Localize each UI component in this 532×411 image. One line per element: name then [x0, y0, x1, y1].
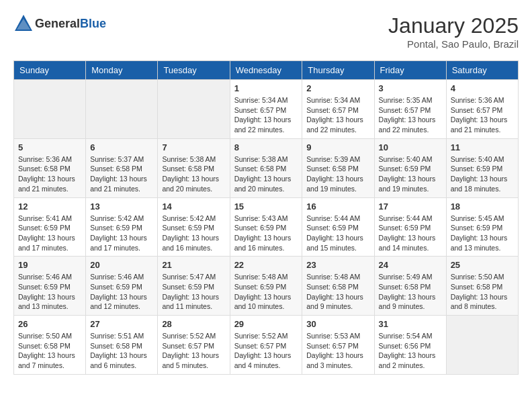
day-info: Sunrise: 5:46 AM Sunset: 6:59 PM Dayligh…	[18, 272, 81, 312]
day-info: Sunrise: 5:52 AM Sunset: 6:57 PM Dayligh…	[162, 331, 225, 371]
calendar-cell: 17Sunrise: 5:44 AM Sunset: 6:59 PM Dayli…	[374, 197, 446, 257]
day-number: 16	[306, 201, 369, 212]
calendar-week-row: 19Sunrise: 5:46 AM Sunset: 6:59 PM Dayli…	[14, 257, 519, 316]
day-info: Sunrise: 5:50 AM Sunset: 6:58 PM Dayligh…	[18, 331, 81, 371]
day-info: Sunrise: 5:48 AM Sunset: 6:58 PM Dayligh…	[306, 272, 369, 312]
day-info: Sunrise: 5:49 AM Sunset: 6:58 PM Dayligh…	[379, 272, 442, 312]
day-number: 15	[234, 201, 298, 212]
calendar-cell: 8Sunrise: 5:38 AM Sunset: 6:58 PM Daylig…	[230, 138, 302, 197]
day-number: 18	[451, 201, 514, 212]
calendar-cell: 2Sunrise: 5:34 AM Sunset: 6:57 PM Daylig…	[302, 80, 374, 139]
day-info: Sunrise: 5:48 AM Sunset: 6:59 PM Dayligh…	[234, 272, 298, 312]
day-number: 19	[18, 260, 81, 270]
day-number: 22	[234, 260, 298, 270]
logo-general-text: General	[35, 17, 80, 30]
calendar-cell	[158, 80, 230, 139]
day-number: 25	[451, 260, 514, 270]
day-info: Sunrise: 5:47 AM Sunset: 6:59 PM Dayligh…	[162, 272, 225, 312]
calendar-cell: 7Sunrise: 5:38 AM Sunset: 6:58 PM Daylig…	[158, 138, 230, 197]
calendar-cell: 25Sunrise: 5:50 AM Sunset: 6:58 PM Dayli…	[446, 257, 518, 316]
day-info: Sunrise: 5:38 AM Sunset: 6:58 PM Dayligh…	[234, 154, 298, 194]
day-number: 29	[234, 319, 298, 329]
logo: GeneralBlue	[13, 13, 106, 34]
day-info: Sunrise: 5:44 AM Sunset: 6:59 PM Dayligh…	[379, 214, 442, 253]
day-number: 27	[90, 319, 153, 329]
day-of-week-header: Saturday	[446, 61, 518, 80]
calendar-cell: 4Sunrise: 5:36 AM Sunset: 6:57 PM Daylig…	[446, 80, 518, 139]
calendar-body: 1Sunrise: 5:34 AM Sunset: 6:57 PM Daylig…	[14, 80, 519, 375]
day-info: Sunrise: 5:44 AM Sunset: 6:59 PM Dayligh…	[306, 214, 369, 253]
calendar-cell: 22Sunrise: 5:48 AM Sunset: 6:59 PM Dayli…	[230, 257, 302, 316]
day-number: 8	[234, 142, 298, 152]
day-info: Sunrise: 5:34 AM Sunset: 6:57 PM Dayligh…	[234, 95, 298, 135]
day-number: 10	[379, 142, 442, 152]
day-info: Sunrise: 5:38 AM Sunset: 6:58 PM Dayligh…	[162, 154, 225, 194]
calendar-week-row: 1Sunrise: 5:34 AM Sunset: 6:57 PM Daylig…	[14, 80, 519, 139]
day-info: Sunrise: 5:39 AM Sunset: 6:58 PM Dayligh…	[306, 154, 369, 194]
calendar-week-row: 12Sunrise: 5:41 AM Sunset: 6:59 PM Dayli…	[14, 197, 519, 257]
page-header: GeneralBlue January 2025 Pontal, Sao Pau…	[13, 13, 519, 50]
day-info: Sunrise: 5:40 AM Sunset: 6:59 PM Dayligh…	[379, 154, 442, 194]
calendar-cell	[86, 80, 158, 139]
calendar-table: SundayMondayTuesdayWednesdayThursdayFrid…	[13, 60, 519, 375]
day-number: 6	[90, 142, 153, 152]
calendar-cell: 5Sunrise: 5:36 AM Sunset: 6:58 PM Daylig…	[14, 138, 86, 197]
day-info: Sunrise: 5:52 AM Sunset: 6:57 PM Dayligh…	[234, 331, 298, 371]
location-title: Pontal, Sao Paulo, Brazil	[388, 38, 519, 50]
day-number: 23	[306, 260, 369, 270]
title-block: January 2025 Pontal, Sao Paulo, Brazil	[388, 13, 519, 50]
day-info: Sunrise: 5:42 AM Sunset: 6:59 PM Dayligh…	[90, 214, 153, 253]
day-of-week-header: Thursday	[302, 61, 374, 80]
day-number: 12	[18, 201, 81, 212]
calendar-cell: 21Sunrise: 5:47 AM Sunset: 6:59 PM Dayli…	[158, 257, 230, 316]
day-info: Sunrise: 5:53 AM Sunset: 6:57 PM Dayligh…	[306, 331, 369, 371]
day-info: Sunrise: 5:43 AM Sunset: 6:59 PM Dayligh…	[234, 214, 298, 253]
calendar-cell: 15Sunrise: 5:43 AM Sunset: 6:59 PM Dayli…	[230, 197, 302, 257]
day-of-week-header: Tuesday	[158, 61, 230, 80]
day-number: 28	[162, 319, 225, 329]
calendar-cell: 19Sunrise: 5:46 AM Sunset: 6:59 PM Dayli…	[14, 257, 86, 316]
calendar-cell: 14Sunrise: 5:42 AM Sunset: 6:59 PM Dayli…	[158, 197, 230, 257]
calendar-cell: 3Sunrise: 5:35 AM Sunset: 6:57 PM Daylig…	[374, 80, 446, 139]
day-number: 20	[90, 260, 153, 270]
logo-blue-text: Blue	[80, 17, 106, 30]
calendar-week-row: 5Sunrise: 5:36 AM Sunset: 6:58 PM Daylig…	[14, 138, 519, 197]
day-number: 9	[306, 142, 369, 152]
calendar-cell: 23Sunrise: 5:48 AM Sunset: 6:58 PM Dayli…	[302, 257, 374, 316]
calendar-cell: 20Sunrise: 5:46 AM Sunset: 6:59 PM Dayli…	[86, 257, 158, 316]
day-info: Sunrise: 5:45 AM Sunset: 6:59 PM Dayligh…	[451, 214, 514, 253]
day-info: Sunrise: 5:46 AM Sunset: 6:59 PM Dayligh…	[90, 272, 153, 312]
day-number: 30	[306, 319, 369, 329]
day-info: Sunrise: 5:34 AM Sunset: 6:57 PM Dayligh…	[306, 95, 369, 135]
day-info: Sunrise: 5:42 AM Sunset: 6:59 PM Dayligh…	[162, 214, 225, 253]
day-number: 2	[306, 83, 369, 93]
calendar-cell: 6Sunrise: 5:37 AM Sunset: 6:58 PM Daylig…	[86, 138, 158, 197]
logo-icon	[13, 13, 34, 34]
day-info: Sunrise: 5:50 AM Sunset: 6:58 PM Dayligh…	[451, 272, 514, 312]
day-number: 11	[451, 142, 514, 152]
calendar-cell: 16Sunrise: 5:44 AM Sunset: 6:59 PM Dayli…	[302, 197, 374, 257]
calendar-cell: 24Sunrise: 5:49 AM Sunset: 6:58 PM Dayli…	[374, 257, 446, 316]
calendar-cell: 27Sunrise: 5:51 AM Sunset: 6:58 PM Dayli…	[86, 316, 158, 375]
day-number: 7	[162, 142, 225, 152]
day-of-week-header: Monday	[86, 61, 158, 80]
day-number: 17	[379, 201, 442, 212]
calendar-header-row: SundayMondayTuesdayWednesdayThursdayFrid…	[14, 61, 519, 80]
day-number: 14	[162, 201, 225, 212]
calendar-cell: 9Sunrise: 5:39 AM Sunset: 6:58 PM Daylig…	[302, 138, 374, 197]
calendar-cell: 10Sunrise: 5:40 AM Sunset: 6:59 PM Dayli…	[374, 138, 446, 197]
day-info: Sunrise: 5:40 AM Sunset: 6:59 PM Dayligh…	[451, 154, 514, 194]
calendar-cell	[14, 80, 86, 139]
day-of-week-header: Wednesday	[230, 61, 302, 80]
day-number: 3	[379, 83, 442, 93]
calendar-cell	[446, 316, 518, 375]
day-info: Sunrise: 5:54 AM Sunset: 6:56 PM Dayligh…	[379, 331, 442, 371]
calendar-cell: 12Sunrise: 5:41 AM Sunset: 6:59 PM Dayli…	[14, 197, 86, 257]
day-info: Sunrise: 5:37 AM Sunset: 6:58 PM Dayligh…	[90, 154, 153, 194]
day-info: Sunrise: 5:51 AM Sunset: 6:58 PM Dayligh…	[90, 331, 153, 371]
calendar-cell: 31Sunrise: 5:54 AM Sunset: 6:56 PM Dayli…	[374, 316, 446, 375]
calendar-cell: 26Sunrise: 5:50 AM Sunset: 6:58 PM Dayli…	[14, 316, 86, 375]
day-number: 31	[379, 319, 442, 329]
calendar-cell: 13Sunrise: 5:42 AM Sunset: 6:59 PM Dayli…	[86, 197, 158, 257]
calendar-cell: 1Sunrise: 5:34 AM Sunset: 6:57 PM Daylig…	[230, 80, 302, 139]
